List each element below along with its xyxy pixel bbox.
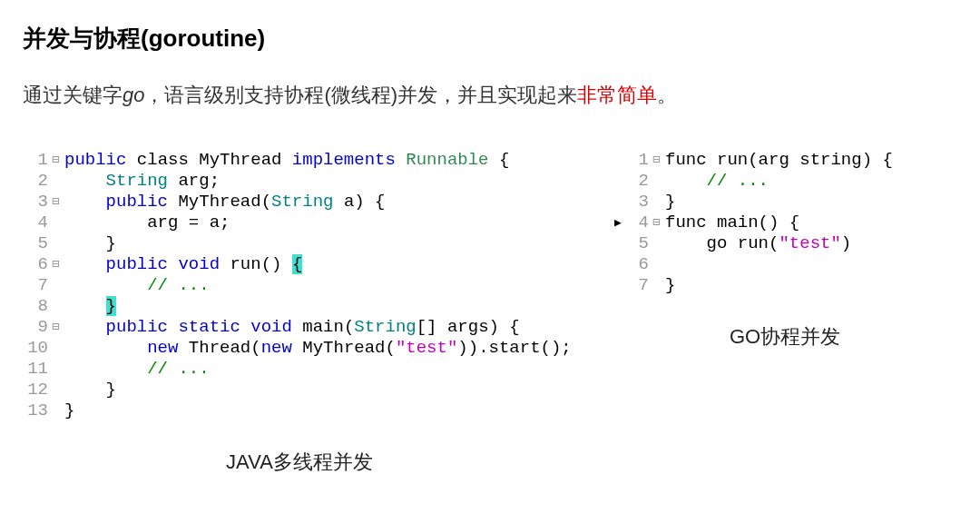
fold-icon[interactable]: ⊟ [52, 317, 64, 338]
code-line: 6⊟ public void run() { [23, 254, 576, 275]
line-number: 1 [23, 150, 52, 171]
code-text: new Thread(new MyThread("test")).start()… [64, 338, 572, 359]
code-line: 1⊟public class MyThread implements Runna… [23, 150, 576, 171]
desc-keyword: go [122, 84, 144, 106]
code-text: func main() { [665, 213, 799, 233]
go-panel: 1⊟func run(arg string) {2 // ...3}▶4⊟fun… [612, 150, 957, 476]
code-text: // ... [665, 171, 769, 192]
line-number: 12 [23, 380, 52, 400]
fold-icon [52, 233, 64, 254]
run-arrow-icon [612, 192, 623, 213]
line-number: 13 [23, 400, 52, 421]
code-line: 5 go run("test") [612, 233, 957, 254]
fold-icon[interactable]: ⊟ [652, 150, 665, 171]
run-arrow-icon [612, 233, 623, 254]
java-panel: 1⊟public class MyThread implements Runna… [23, 150, 576, 476]
fold-icon [652, 254, 665, 275]
code-line: 3} [612, 192, 957, 213]
fold-icon [52, 296, 64, 317]
desc-part3: 。 [657, 84, 677, 106]
code-text: // ... [64, 359, 210, 380]
code-line: 11 // ... [23, 359, 576, 380]
code-line: 7} [612, 275, 957, 296]
code-text: public MyThread(String a) { [64, 192, 386, 213]
fold-icon [52, 171, 64, 192]
run-arrow-icon [612, 171, 623, 192]
line-number: 11 [23, 359, 52, 380]
code-line: 1⊟func run(arg string) { [612, 150, 957, 171]
code-line: 6 [612, 254, 957, 275]
line-number: 2 [23, 171, 52, 192]
line-number: 3 [23, 192, 52, 213]
fold-icon [52, 213, 64, 233]
fold-icon [52, 359, 64, 380]
fold-icon [52, 400, 64, 421]
line-number: 7 [23, 275, 52, 296]
code-text: // ... [64, 275, 210, 296]
line-number: 8 [23, 296, 52, 317]
fold-icon[interactable]: ⊟ [652, 213, 665, 233]
line-number: 4 [23, 213, 52, 233]
line-number: 3 [623, 192, 652, 213]
run-arrow-icon [612, 150, 623, 171]
fold-icon[interactable]: ⊟ [52, 150, 64, 171]
code-line: 8 } [23, 296, 576, 317]
code-text: public class MyThread implements Runnabl… [64, 150, 509, 171]
fold-icon [52, 275, 64, 296]
code-text: go run("test") [665, 233, 851, 254]
fold-icon [652, 171, 665, 192]
run-arrow-icon: ▶ [612, 213, 623, 233]
code-line: 3⊟ public MyThread(String a) { [23, 192, 576, 213]
code-line: 10 new Thread(new MyThread("test")).star… [23, 338, 576, 359]
line-number: 2 [623, 171, 652, 192]
java-caption: JAVA多线程并发 [23, 449, 576, 476]
page-title: 并发与协程(goroutine) [23, 23, 957, 54]
line-number: 5 [623, 233, 652, 254]
line-number: 10 [23, 338, 52, 359]
desc-part1: 通过关键字 [23, 84, 122, 106]
fold-icon[interactable]: ⊟ [52, 254, 64, 275]
line-number: 6 [623, 254, 652, 275]
code-text: } [64, 400, 74, 421]
code-text: public static void main(String[] args) { [64, 317, 520, 338]
code-text: String arg; [64, 171, 220, 192]
fold-icon[interactable]: ⊟ [52, 192, 64, 213]
code-text: arg = a; [64, 213, 230, 233]
code-line: 7 // ... [23, 275, 576, 296]
fold-icon [652, 275, 665, 296]
code-text: } [64, 296, 116, 317]
fold-icon [52, 380, 64, 400]
fold-icon [652, 192, 665, 213]
code-line: 13} [23, 400, 576, 421]
code-line: 4 arg = a; [23, 213, 576, 233]
line-number: 9 [23, 317, 52, 338]
code-line: ▶4⊟func main() { [612, 213, 957, 233]
description: 通过关键字go，语言级别支持协程(微线程)并发，并且实现起来非常简单。 [23, 82, 957, 109]
code-text [665, 254, 707, 275]
line-number: 6 [23, 254, 52, 275]
line-number: 5 [23, 233, 52, 254]
fold-icon [652, 233, 665, 254]
code-text: func run(arg string) { [665, 150, 893, 171]
code-text: } [64, 380, 116, 400]
code-line: 5 } [23, 233, 576, 254]
line-number: 7 [623, 275, 652, 296]
code-panels: 1⊟public class MyThread implements Runna… [23, 150, 957, 476]
code-text: } [665, 192, 675, 213]
code-text: } [64, 233, 116, 254]
line-number: 1 [623, 150, 652, 171]
desc-part2: ，语言级别支持协程(微线程)并发，并且实现起来 [144, 84, 577, 106]
code-line: 2 String arg; [23, 171, 576, 192]
java-code-block: 1⊟public class MyThread implements Runna… [23, 150, 576, 421]
run-arrow-icon [612, 254, 623, 275]
code-text: } [665, 275, 675, 296]
code-line: 2 // ... [612, 171, 957, 192]
code-line: 9⊟ public static void main(String[] args… [23, 317, 576, 338]
go-caption: GO协程并发 [612, 323, 957, 351]
run-arrow-icon [612, 275, 623, 296]
code-text: public void run() { [64, 254, 302, 275]
code-line: 12 } [23, 380, 576, 400]
go-code-block: 1⊟func run(arg string) {2 // ...3}▶4⊟fun… [612, 150, 957, 296]
line-number: 4 [623, 213, 652, 233]
fold-icon [52, 338, 64, 359]
